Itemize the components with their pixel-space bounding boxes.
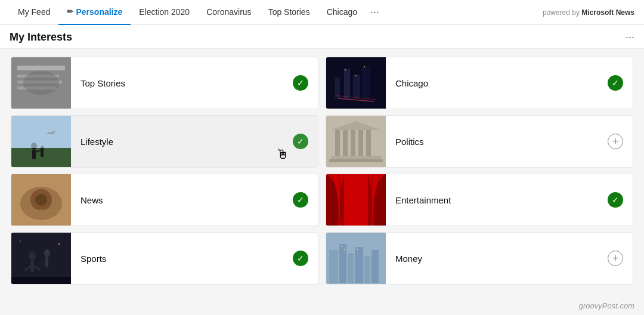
top-stories-action[interactable]: ✓ <box>293 75 308 91</box>
svg-rect-8 <box>353 75 360 98</box>
interests-grid: Top Stories ✓ Chicago ✓ <box>0 49 644 292</box>
money-label: Money <box>386 254 608 264</box>
nav-personalize-label: Personalize <box>76 7 122 17</box>
entertainment-label: Entertainment <box>386 195 608 205</box>
nav-item-myfeed[interactable]: My Feed <box>10 0 58 25</box>
svg-rect-27 <box>343 130 348 157</box>
interest-card-chicago[interactable]: Chicago ✓ <box>326 57 633 109</box>
thumb-money-image <box>326 232 386 285</box>
entertainment-check: ✓ <box>608 192 623 208</box>
sports-check: ✓ <box>293 251 308 266</box>
lifestyle-check: ✓ <box>293 134 308 149</box>
thumb-news <box>11 174 71 226</box>
svg-rect-43 <box>30 260 34 272</box>
svg-point-13 <box>364 66 365 67</box>
svg-rect-61 <box>357 249 358 250</box>
thumb-sports-image <box>11 232 71 285</box>
thumb-entertainment-image <box>326 174 386 226</box>
nav-item-election[interactable]: Election 2020 <box>131 0 198 25</box>
svg-rect-33 <box>329 159 383 162</box>
cursor-overlay: 🖱 <box>276 147 289 162</box>
nav-bar: My Feed ✏ Personalize Election 2020 Coro… <box>0 0 644 25</box>
sports-label: Sports <box>71 254 293 264</box>
nav-coronavirus-label: Coronavirus <box>206 7 251 17</box>
politics-action[interactable]: + <box>608 134 623 149</box>
subheader-more-button[interactable]: ··· <box>626 31 634 44</box>
interest-card-lifestyle[interactable]: Lifestyle ✓ 🖱 <box>11 115 318 168</box>
thumb-chicago <box>326 57 386 109</box>
nav-more-button[interactable]: ··· <box>366 0 384 25</box>
svg-point-46 <box>44 249 50 257</box>
svg-rect-29 <box>358 130 363 157</box>
nav-items: My Feed ✏ Personalize Election 2020 Coro… <box>10 0 543 25</box>
entertainment-action[interactable]: ✓ <box>608 192 623 208</box>
page-title: My Interests <box>10 31 72 44</box>
nav-chicago-label: Chicago <box>327 7 357 17</box>
interest-card-news[interactable]: News ✓ <box>11 174 318 226</box>
svg-rect-30 <box>366 130 371 157</box>
politics-plus: + <box>608 134 623 149</box>
money-plus: + <box>608 251 623 266</box>
top-stories-check: ✓ <box>293 75 308 91</box>
sports-action[interactable]: ✓ <box>293 251 308 266</box>
thumb-money <box>326 232 386 285</box>
svg-rect-1 <box>17 66 65 70</box>
svg-rect-32 <box>331 156 381 159</box>
svg-rect-19 <box>32 150 36 159</box>
svg-point-12 <box>355 75 357 76</box>
svg-rect-39 <box>29 215 53 217</box>
svg-rect-41 <box>11 232 71 285</box>
thumb-lifestyle-image <box>11 115 71 168</box>
svg-rect-47 <box>45 257 48 267</box>
money-action[interactable]: + <box>608 251 623 266</box>
news-check: ✓ <box>293 192 308 208</box>
interest-card-top-stories[interactable]: Top Stories ✓ <box>11 57 318 109</box>
chicago-label: Chicago <box>386 78 608 88</box>
svg-point-49 <box>58 243 60 245</box>
svg-rect-58 <box>326 232 386 285</box>
top-stories-label: Top Stories <box>71 78 293 88</box>
svg-point-5 <box>23 71 59 95</box>
nav-item-personalize[interactable]: ✏ Personalize <box>58 0 131 25</box>
svg-point-50 <box>20 240 21 242</box>
nav-topstories-label: Top Stories <box>268 7 310 17</box>
interest-card-entertainment[interactable]: Entertainment ✓ <box>326 174 633 226</box>
thumb-sports <box>11 232 71 285</box>
edit-icon: ✏ <box>67 7 73 16</box>
thumb-politics <box>326 115 386 168</box>
svg-rect-38 <box>23 209 59 212</box>
svg-point-42 <box>29 252 36 260</box>
chicago-action[interactable]: ✓ <box>608 75 623 91</box>
svg-point-37 <box>35 194 47 206</box>
lifestyle-label: Lifestyle <box>71 137 293 147</box>
subheader: My Interests ··· <box>0 25 644 49</box>
thumb-news-image <box>11 174 71 226</box>
interest-card-sports[interactable]: Sports ✓ <box>11 232 318 285</box>
svg-point-11 <box>345 69 346 70</box>
nav-election-label: Election 2020 <box>139 7 190 17</box>
svg-rect-48 <box>11 277 71 285</box>
nav-item-coronavirus[interactable]: Coronavirus <box>198 0 259 25</box>
powered-by: powered by Microsoft News <box>543 8 634 17</box>
nav-item-topstories[interactable]: Top Stories <box>260 0 318 25</box>
interest-card-politics[interactable]: Politics + <box>326 115 633 168</box>
nav-myfeed-label: My Feed <box>18 7 50 17</box>
nav-item-chicago[interactable]: Chicago <box>318 0 366 25</box>
news-action[interactable]: ✓ <box>293 192 308 208</box>
thumb-top-stories <box>11 57 71 109</box>
svg-rect-22 <box>41 150 44 157</box>
svg-rect-7 <box>344 69 350 98</box>
svg-rect-59 <box>341 246 342 247</box>
interest-card-money[interactable]: Money + <box>326 232 633 285</box>
lifestyle-action[interactable]: ✓ <box>293 134 308 149</box>
thumb-topstories-image <box>11 57 71 109</box>
svg-rect-9 <box>362 66 370 98</box>
svg-rect-23 <box>11 115 71 148</box>
thumb-politics-image <box>326 115 386 168</box>
politics-label: Politics <box>386 137 608 147</box>
chicago-check: ✓ <box>608 75 623 91</box>
thumb-lifestyle <box>11 115 71 168</box>
news-label: News <box>71 195 293 205</box>
svg-rect-28 <box>351 130 355 157</box>
svg-rect-26 <box>335 130 340 157</box>
